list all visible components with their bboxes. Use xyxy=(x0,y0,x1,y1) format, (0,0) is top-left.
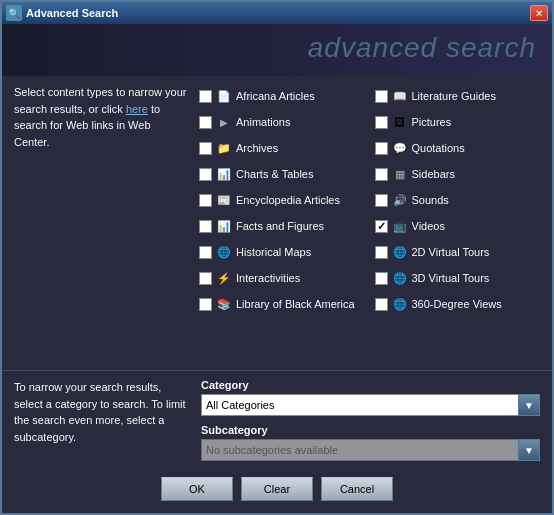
maps-checkbox[interactable] xyxy=(199,246,212,259)
checkbox-africana: Africana Articles xyxy=(197,84,365,108)
bottom-right: Category All Categories ▼ Subcategory No… xyxy=(201,379,540,469)
title-bar-left: 🔍 Advanced Search xyxy=(6,5,118,21)
window-title: Advanced Search xyxy=(26,7,118,19)
quotations-icon xyxy=(392,140,408,156)
africana-label: Africana Articles xyxy=(236,90,315,102)
category-dropdown[interactable]: All Categories xyxy=(201,394,540,416)
library-icon xyxy=(216,296,232,312)
checkbox-charts: Charts & Tables xyxy=(197,162,365,186)
bottom-area: To narrow your search results, select a … xyxy=(2,370,552,513)
quotations-label: Quotations xyxy=(412,142,465,154)
videos-icon xyxy=(392,218,408,234)
subcategory-label: Subcategory xyxy=(201,424,540,436)
tours3d-label: 3D Virtual Tours xyxy=(412,272,490,284)
charts-label: Charts & Tables xyxy=(236,168,313,180)
quotations-checkbox[interactable] xyxy=(375,142,388,155)
encyclopedia-label: Encyclopedia Articles xyxy=(236,194,340,206)
tours2d-icon xyxy=(392,244,408,260)
checkbox-library: Library of Black America xyxy=(197,292,365,316)
encyclopedia-checkbox[interactable] xyxy=(199,194,212,207)
checkbox-sidebars: Sidebars xyxy=(373,162,541,186)
library-checkbox[interactable] xyxy=(199,298,212,311)
title-bar: 🔍 Advanced Search ✕ xyxy=(2,2,552,24)
here-link[interactable]: here xyxy=(126,103,148,115)
checkbox-column-left: Africana Articles Animations Archives Ch… xyxy=(197,84,365,362)
maps-icon xyxy=(216,244,232,260)
tours2d-checkbox[interactable] xyxy=(375,246,388,259)
sidebars-icon xyxy=(392,166,408,182)
interactivities-label: Interactivities xyxy=(236,272,300,284)
archives-icon xyxy=(216,140,232,156)
checkbox-tours3d: 3D Virtual Tours xyxy=(373,266,541,290)
library-label: Library of Black America xyxy=(236,298,355,310)
left-description: Select content types to narrow your sear… xyxy=(14,84,189,362)
category-label: Category xyxy=(201,379,540,391)
africana-icon xyxy=(216,88,232,104)
interactivities-icon xyxy=(216,270,232,286)
maps-label: Historical Maps xyxy=(236,246,311,258)
tours3d-icon xyxy=(392,270,408,286)
bottom-content: To narrow your search results, select a … xyxy=(14,379,540,469)
checkbox-facts: Facts and Figures xyxy=(197,214,365,238)
pictures-label: Pictures xyxy=(412,116,452,128)
facts-icon xyxy=(216,218,232,234)
pictures-icon xyxy=(392,114,408,130)
content-area: Select content types to narrow your sear… xyxy=(2,76,552,370)
charts-icon xyxy=(216,166,232,182)
sounds-icon xyxy=(392,192,408,208)
archives-checkbox[interactable] xyxy=(199,142,212,155)
subcategory-dropdown[interactable]: No subcategories available xyxy=(201,439,540,461)
sidebars-label: Sidebars xyxy=(412,168,455,180)
videos-label: Videos xyxy=(412,220,445,232)
africana-checkbox[interactable] xyxy=(199,90,212,103)
archives-label: Archives xyxy=(236,142,278,154)
facts-checkbox[interactable] xyxy=(199,220,212,233)
checkbox-views360: 360-Degree Views xyxy=(373,292,541,316)
sounds-checkbox[interactable] xyxy=(375,194,388,207)
checkbox-quotations: Quotations xyxy=(373,136,541,160)
sounds-label: Sounds xyxy=(412,194,449,206)
subcategory-dropdown-container: No subcategories available ▼ xyxy=(201,439,540,461)
tours2d-label: 2D Virtual Tours xyxy=(412,246,490,258)
literature-label: Literature Guides xyxy=(412,90,496,102)
animations-icon xyxy=(216,114,232,130)
header-title: advanced search xyxy=(18,32,536,64)
checkbox-archives: Archives xyxy=(197,136,365,160)
checkbox-interactivities: Interactivities xyxy=(197,266,365,290)
clear-button[interactable]: Clear xyxy=(241,477,313,501)
checkbox-animations: Animations xyxy=(197,110,365,134)
tours3d-checkbox[interactable] xyxy=(375,272,388,285)
interactivities-checkbox[interactable] xyxy=(199,272,212,285)
header-area: advanced search xyxy=(2,24,552,76)
checkbox-maps: Historical Maps xyxy=(197,240,365,264)
sidebars-checkbox[interactable] xyxy=(375,168,388,181)
category-dropdown-container: All Categories ▼ xyxy=(201,394,540,416)
views360-label: 360-Degree Views xyxy=(412,298,502,310)
checkbox-encyclopedia: Encyclopedia Articles xyxy=(197,188,365,212)
checkbox-sounds: Sounds xyxy=(373,188,541,212)
advanced-search-window: 🔍 Advanced Search ✕ advanced search Sele… xyxy=(0,0,554,515)
checkbox-literature: Literature Guides xyxy=(373,84,541,108)
facts-label: Facts and Figures xyxy=(236,220,324,232)
checkbox-column-right: Literature Guides Pictures Quotations Si… xyxy=(373,84,541,362)
window-icon: 🔍 xyxy=(6,5,22,21)
description-text-before: Select content types to narrow your sear… xyxy=(14,86,186,115)
literature-icon xyxy=(392,88,408,104)
bottom-description: To narrow your search results, select a … xyxy=(14,379,189,469)
button-row: OK Clear Cancel xyxy=(14,469,540,501)
animations-checkbox[interactable] xyxy=(199,116,212,129)
checkbox-pictures: Pictures xyxy=(373,110,541,134)
videos-checkbox[interactable] xyxy=(375,220,388,233)
pictures-checkbox[interactable] xyxy=(375,116,388,129)
ok-button[interactable]: OK xyxy=(161,477,233,501)
close-button[interactable]: ✕ xyxy=(530,5,548,21)
literature-checkbox[interactable] xyxy=(375,90,388,103)
animations-label: Animations xyxy=(236,116,290,128)
encyclopedia-icon xyxy=(216,192,232,208)
charts-checkbox[interactable] xyxy=(199,168,212,181)
checkbox-tours2d: 2D Virtual Tours xyxy=(373,240,541,264)
views360-icon xyxy=(392,296,408,312)
cancel-button[interactable]: Cancel xyxy=(321,477,393,501)
checkbox-videos: Videos xyxy=(373,214,541,238)
views360-checkbox[interactable] xyxy=(375,298,388,311)
